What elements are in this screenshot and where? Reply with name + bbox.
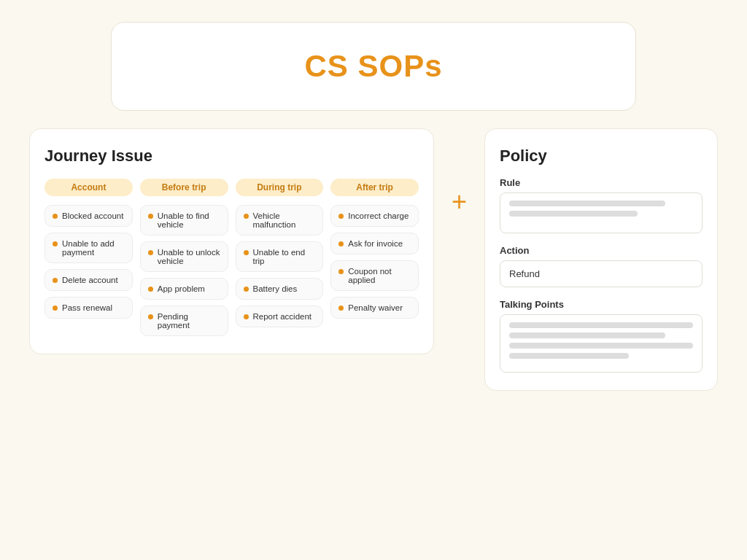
action-section: Action Refund: [500, 245, 703, 287]
bullet-dot: [148, 250, 153, 255]
plus-connector: +: [452, 128, 467, 217]
tp-line-4: [509, 353, 629, 359]
journey-card: Journey Issue AccountBlocked accountUnab…: [29, 128, 434, 354]
issue-item-during-0[interactable]: Vehicle malfunction: [236, 205, 324, 236]
bullet-dot: [244, 214, 249, 219]
talking-points-box[interactable]: [500, 314, 703, 373]
bullet-dot: [53, 306, 58, 311]
issue-item-account-2[interactable]: Delete account: [44, 269, 133, 291]
bullet-dot: [53, 241, 58, 246]
talking-points-section: Talking Points: [500, 299, 703, 373]
bullet-dot: [338, 241, 344, 246]
issue-item-label: Pending payment: [158, 312, 220, 330]
column-during: During tripVehicle malfunctionUnable to …: [236, 179, 324, 336]
action-label: Action: [500, 245, 703, 256]
issue-item-during-3[interactable]: Report accident: [236, 306, 324, 327]
issue-item-account-1[interactable]: Unable to add payment: [44, 233, 133, 263]
issue-item-label: Unable to add payment: [62, 239, 125, 257]
issue-item-label: Penalty waiver: [348, 303, 403, 312]
issue-item-after-1[interactable]: Ask for invoice: [330, 233, 419, 254]
issue-item-label: Battery dies: [253, 284, 298, 293]
bullet-dot: [148, 287, 153, 292]
talking-points-label: Talking Points: [500, 299, 703, 310]
issue-item-label: Vehicle malfunction: [253, 211, 316, 229]
bullet-dot: [338, 269, 344, 274]
bullet-dot: [338, 306, 344, 311]
issue-item-before-1[interactable]: Unable to unlock vehicle: [140, 241, 228, 272]
issue-item-label: Pass renewal: [62, 303, 112, 312]
issue-item-label: Unable to end trip: [253, 248, 316, 265]
column-header-during: During trip: [236, 179, 324, 196]
bullet-dot: [244, 314, 249, 319]
header-card: CS SOPs: [111, 22, 636, 111]
policy-card: Policy Rule Action Refund Talking Points: [484, 128, 718, 391]
issue-item-during-2[interactable]: Battery dies: [236, 278, 324, 300]
bullet-dot: [338, 214, 344, 219]
rule-section: Rule: [500, 177, 703, 233]
policy-title: Policy: [500, 147, 703, 166]
issue-item-label: Unable to unlock vehicle: [158, 248, 220, 265]
issue-item-before-3[interactable]: Pending payment: [140, 306, 228, 336]
column-before: Before tripUnable to find vehicleUnable …: [140, 179, 228, 336]
issue-item-label: Delete account: [62, 276, 118, 284]
issue-item-account-0[interactable]: Blocked account: [44, 205, 133, 227]
issue-item-before-0[interactable]: Unable to find vehicle: [140, 205, 228, 236]
column-header-after: After trip: [330, 179, 419, 196]
tp-line-2: [509, 332, 665, 338]
issue-item-after-3[interactable]: Penalty waiver: [330, 297, 419, 319]
issue-item-before-2[interactable]: App problem: [140, 278, 228, 300]
issue-item-label: Incorrect charge: [348, 211, 409, 220]
bullet-dot: [244, 250, 249, 255]
tp-line-3: [509, 343, 693, 349]
bullet-dot: [148, 214, 153, 219]
column-header-before: Before trip: [140, 179, 228, 196]
rule-placeholder-line-2: [509, 211, 638, 217]
column-after: After tripIncorrect chargeAsk for invoic…: [330, 179, 419, 336]
column-header-account: Account: [44, 179, 133, 196]
issue-item-label: App problem: [158, 284, 205, 293]
bullet-dot: [53, 214, 58, 219]
rule-text-box[interactable]: [500, 192, 703, 233]
rule-label: Rule: [500, 177, 703, 188]
issue-item-label: Unable to find vehicle: [158, 211, 220, 229]
journey-title: Journey Issue: [44, 147, 419, 166]
issue-item-label: Blocked account: [62, 211, 123, 220]
main-content: Journey Issue AccountBlocked accountUnab…: [29, 128, 718, 538]
issue-item-label: Ask for invoice: [348, 239, 403, 248]
issue-item-after-0[interactable]: Incorrect charge: [330, 205, 419, 227]
page-title: CS SOPs: [304, 49, 442, 84]
issue-item-during-1[interactable]: Unable to end trip: [236, 241, 324, 272]
column-account: AccountBlocked accountUnable to add paym…: [44, 179, 133, 336]
bullet-dot: [53, 278, 58, 283]
issue-item-account-3[interactable]: Pass renewal: [44, 297, 133, 319]
issue-item-after-2[interactable]: Coupon not applied: [330, 260, 419, 291]
columns-row: AccountBlocked accountUnable to add paym…: [44, 179, 419, 336]
bullet-dot: [148, 314, 153, 319]
issue-item-label: Report accident: [253, 312, 312, 321]
tp-line-1: [509, 322, 693, 328]
rule-placeholder-line-1: [509, 201, 665, 206]
action-value-box[interactable]: Refund: [500, 260, 703, 287]
issue-item-label: Coupon not applied: [348, 267, 411, 284]
bullet-dot: [244, 287, 249, 292]
